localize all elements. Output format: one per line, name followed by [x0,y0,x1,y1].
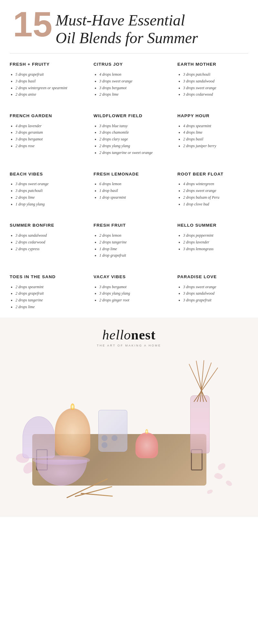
blend-list-item: 2 drops lemon [99,233,164,238]
blend-list-item: 2 drops sweet orange [183,188,248,194]
blend-section-citrus-joy: CITRUS JOY4 drops lemon3 drops sweet ora… [87,53,171,105]
blend-title: PARADISE LOVE [177,274,248,280]
brand-tagline: THE ART OF MAKING A HOME [97,344,161,347]
blend-list-item: 2 drops cypress [15,246,81,252]
blend-list-item: 2 drops cedarwood [15,240,81,245]
blend-title: FRESH FRUIT [94,223,164,228]
blend-list: 4 drops wintergreen2 drops sweet orange2… [177,181,248,207]
blend-list-item: 2 drops lime [99,92,164,97]
blend-list-item: 5 drops grapefruit [15,72,81,77]
blend-title: EARTH MOTHER [177,62,248,67]
blend-list: 2 drops lemon2 drops tangerine1 drop lim… [94,233,164,258]
blend-list: 3 drops sweet orange3 drops sandalwood3 … [177,284,248,303]
bottom-illustration: hellonest THE ART OF MAKING A HOME [0,317,258,517]
large-candle [55,408,90,457]
blend-title: CITRUS JOY [94,62,164,67]
blend-list-item: 4 drops spearmint [183,123,248,129]
blend-title: WILDFLOWER FIELD [94,113,164,119]
blend-list-item: 2 drops tangerine or sweet orange [99,150,164,156]
brand-name: hellonest [97,327,161,343]
brand-name-hello: hello [102,327,131,342]
blend-list-item: 3 drops sweet orange [183,284,248,290]
blend-list-item: 2 drops lime [15,195,81,200]
spa-illustration [16,350,242,511]
blend-section-earth-mother: EARTH MOTHER3 drops patchouli3 drops san… [171,53,255,105]
blend-title: FRESH + FRUITY [10,62,81,67]
blend-list-item: 2 drops balsam of Peru [183,195,248,200]
blend-list-item: 3 drops geranium [15,130,81,135]
flower-petal [217,462,227,470]
blend-section-summer-bonfire: SUMMER BONFIRE3 drops sandalwood2 drops … [3,214,87,266]
blend-section-wildflower-field: WILDFLOWER FIELD3 drops blue tansy3 drop… [87,105,171,163]
blend-section-french-garden: FRENCH GARDEN4 drops lavender3 drops ger… [3,105,87,163]
blend-title: FRENCH GARDEN [10,113,81,119]
blend-section-root-beer-float: ROOT BEER FLOAT4 drops wintergreen2 drop… [171,163,255,215]
blend-title: ROOT BEER FLOAT [177,171,248,177]
blend-list-item: 3 drops basil [15,79,81,84]
blend-list-item: 4 drops lavender [15,123,81,129]
blend-list-item: 3 drops sweet orange [15,181,81,187]
flower-petal [207,489,213,494]
blend-list: 4 drops lemon3 drops sweet orange3 drops… [94,72,164,97]
blend-list-item: 3 drops chamomile [99,130,164,135]
blend-list-item: 1 drop grapefruit [99,253,164,258]
blend-list-item: 3 drops cedarwood [183,92,248,97]
blend-list-item: 3 drops sandalwood [15,233,81,238]
blend-list-item: 2 drops tangerine [99,240,164,245]
blend-section-hello-summer: HELLO SUMMER3 drops peppermint2 drops la… [171,214,255,266]
page-header: 15 Must-Have Essential Oil Blends for Su… [0,0,258,53]
blend-list: 4 drops lavender3 drops geranium3 drops … [10,123,81,149]
blend-list-item: 1 drop ylang ylang [15,202,81,207]
blend-list-item: 3 drops patchouli [183,72,248,77]
blend-list-item: 3 drops ylang ylang [99,291,164,296]
brand-name-nest: nest [131,327,155,342]
blend-list: 3 drops sweet orange3 drops patchouli2 d… [10,181,81,207]
blend-list-item: 2 drops spearmint [15,284,81,290]
blend-list-item: 2 drops wintergreen or spearmint [15,85,81,91]
blend-title: FRESH LEMONADE [94,171,164,177]
blend-list-item: 4 drops lime [183,130,248,135]
blend-list-item: 6 drops lemon [99,181,164,187]
blend-list: 2 drops spearmint2 drops grapefruit2 dro… [10,284,81,310]
blend-title: HAPPY HOUR [177,113,248,119]
blend-list-item: 3 drops blue tansy [99,123,164,129]
blend-section-paradise-love: PARADISE LOVE3 drops sweet orange3 drops… [171,266,255,317]
flower-petal [213,472,223,481]
small-candle [135,432,158,458]
blend-list-item: 1 drop lime [99,246,164,252]
blend-list: 3 drops bergamot3 drops ylang ylang2 dro… [94,284,164,303]
blend-list-item: 3 drops sandalwood [183,79,248,84]
header-title: Must-Have Essential Oil Blends for Summe… [55,11,198,47]
blend-list: 4 drops spearmint4 drops lime2 drops bas… [177,123,248,149]
pebble-jar [98,410,127,452]
blend-list: 6 drops lemon1 drop basil1 drop spearmin… [94,181,164,200]
blends-grid: FRESH + FRUITY5 drops grapefruit3 drops … [0,53,258,317]
blend-list-item: 1 drop spearmint [99,195,164,200]
blend-list-item: 1 drop clove bud [183,202,248,207]
candle-glass-container [23,416,55,458]
flower-petal [225,479,233,487]
blend-list-item: 2 drops anise [15,92,81,97]
blend-section-fresh-lemonade: FRESH LEMONADE6 drops lemon1 drop basil1… [87,163,171,215]
blend-title: VACAY VIBES [94,274,164,280]
blend-list-item: 2 drops rose [15,143,81,149]
blend-list-item: 2 drops lavender [183,240,248,245]
blend-section-vacay-vibes: VACAY VIBES3 drops bergamot3 drops ylang… [87,266,171,317]
candle-flame [71,403,74,410]
blend-section-fresh-fruity: FRESH + FRUITY5 drops grapefruit3 drops … [3,53,87,105]
blend-title: SUMMER BONFIRE [10,223,81,228]
blend-title: TOES IN THE SAND [10,274,81,280]
blend-list-item: 3 drops sandalwood [183,291,248,296]
blend-section-happy-hour: HAPPY HOUR4 drops spearmint4 drops lime2… [171,105,255,163]
blend-list: 3 drops blue tansy3 drops chamomile2 dro… [94,123,164,156]
blend-list-item: 2 drops ylang ylang [99,143,164,149]
blend-list-item: 3 drops peppermint [183,233,248,238]
blend-list-item: 3 drops sweet orange [99,79,164,84]
blend-section-toes-in-the-sand: TOES IN THE SAND2 drops spearmint2 drops… [3,266,87,317]
blend-list-item: 2 drops juniper berry [183,143,248,149]
blend-list-item: 2 drops grapefruit [15,291,81,296]
header-number: 15 [13,6,52,42]
blend-list: 3 drops sandalwood2 drops cedarwood2 dro… [10,233,81,251]
blend-list-item: 3 drops lemongrass [183,246,248,252]
blend-section-fresh-fruit: FRESH FRUIT2 drops lemon2 drops tangerin… [87,214,171,266]
